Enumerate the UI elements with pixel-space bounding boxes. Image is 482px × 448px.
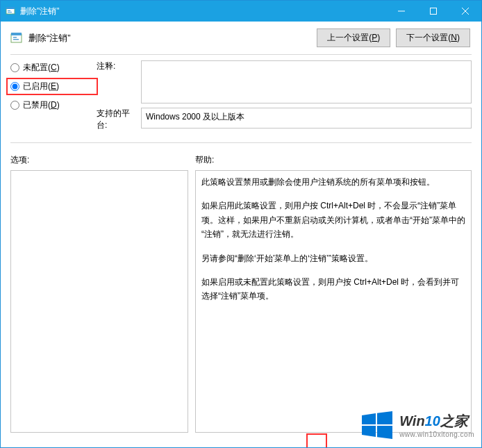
platform-text: Windows 2000 及以上版本 bbox=[141, 108, 472, 128]
svg-rect-11 bbox=[13, 39, 19, 40]
svg-rect-10 bbox=[13, 37, 17, 38]
platform-label: 支持的平台: bbox=[97, 108, 138, 131]
svg-rect-9 bbox=[11, 33, 22, 35]
help-label: 帮助: bbox=[195, 154, 472, 166]
prev-pre: 上一个设置( bbox=[327, 33, 372, 42]
options-box[interactable] bbox=[10, 170, 188, 433]
svg-rect-1 bbox=[6, 7, 15, 9]
help-para: 如果启用此策略设置，则用户按 Ctrl+Alt+Del 时，不会显示“注销”菜单… bbox=[201, 199, 465, 241]
policy-doc-icon bbox=[10, 32, 23, 44]
prev-post: ) bbox=[377, 33, 380, 42]
platform-value: Windows 2000 及以上版本 bbox=[146, 112, 244, 122]
window-controls bbox=[385, 1, 481, 22]
close-button[interactable] bbox=[449, 1, 481, 22]
radio-enabled[interactable]: 已启用(E) bbox=[10, 81, 94, 92]
next-setting-button[interactable]: 下一个设置(N) bbox=[396, 28, 470, 47]
help-column: 帮助: 此策略设置禁用或删除会使用户注销系统的所有菜单项和按钮。 如果启用此策略… bbox=[195, 154, 472, 433]
radio-not-configured[interactable]: 未配置(C) bbox=[10, 62, 94, 74]
help-box[interactable]: 此策略设置禁用或删除会使用户注销系统的所有菜单项和按钮。 如果启用此策略设置，则… bbox=[195, 170, 472, 433]
policy-title-icon bbox=[5, 6, 16, 17]
help-para: 如果启用或未配置此策略设置，则用户按 Ctrl+Alt+Del 时，会看到并可选… bbox=[201, 275, 465, 304]
radio-disabled-label: 已禁用(D) bbox=[23, 99, 60, 111]
policy-name: 删除“注销” bbox=[28, 32, 311, 44]
minimize-button[interactable] bbox=[385, 1, 417, 22]
radio-disabled-input[interactable] bbox=[10, 101, 19, 110]
svg-rect-2 bbox=[8, 10, 10, 11]
previous-setting-button[interactable]: 上一个设置(P) bbox=[317, 28, 390, 47]
state-radio-group: 未配置(C) 已启用(E) 已禁用(D) bbox=[10, 60, 94, 111]
lower-panels: 选项: 帮助: 此策略设置禁用或删除会使用户注销系统的所有菜单项和按钮。 如果启… bbox=[1, 149, 481, 433]
radio-not-configured-input[interactable] bbox=[10, 63, 19, 72]
radio-not-configured-label: 未配置(C) bbox=[23, 62, 60, 74]
radio-disabled[interactable]: 已禁用(D) bbox=[10, 99, 94, 111]
comment-label: 注释: bbox=[97, 60, 138, 72]
help-para: 另请参阅“删除‘开始’菜单上的‘注销’”策略设置。 bbox=[201, 251, 465, 265]
help-para: 此策略设置禁用或删除会使用户注销系统的所有菜单项和按钮。 bbox=[201, 175, 465, 189]
comment-textarea[interactable] bbox=[141, 60, 472, 103]
maximize-button[interactable] bbox=[417, 1, 449, 22]
options-column: 选项: bbox=[10, 154, 188, 433]
nav-buttons: 上一个设置(P) 下一个设置(N) bbox=[317, 28, 470, 47]
header-row: 删除“注销” 上一个设置(P) 下一个设置(N) bbox=[1, 22, 481, 51]
config-grid: 未配置(C) 已启用(E) 已禁用(D) 注释: 支持的平台: Windows … bbox=[1, 60, 481, 135]
radio-enabled-input[interactable] bbox=[10, 82, 19, 91]
mid-divider bbox=[10, 142, 472, 143]
header-divider bbox=[10, 54, 472, 55]
options-label: 选项: bbox=[10, 154, 188, 166]
cutoff-highlight bbox=[306, 433, 327, 447]
next-pre: 下一个设置( bbox=[406, 33, 451, 42]
window-title: 删除"注销" bbox=[20, 6, 385, 17]
enabled-highlight-box: 已启用(E) bbox=[6, 78, 98, 95]
svg-rect-5 bbox=[431, 8, 437, 15]
titlebar: 删除"注销" bbox=[1, 1, 481, 22]
next-key: N bbox=[451, 33, 457, 42]
next-post: ) bbox=[457, 33, 460, 42]
radio-enabled-label: 已启用(E) bbox=[23, 81, 59, 92]
svg-rect-3 bbox=[8, 12, 12, 13]
